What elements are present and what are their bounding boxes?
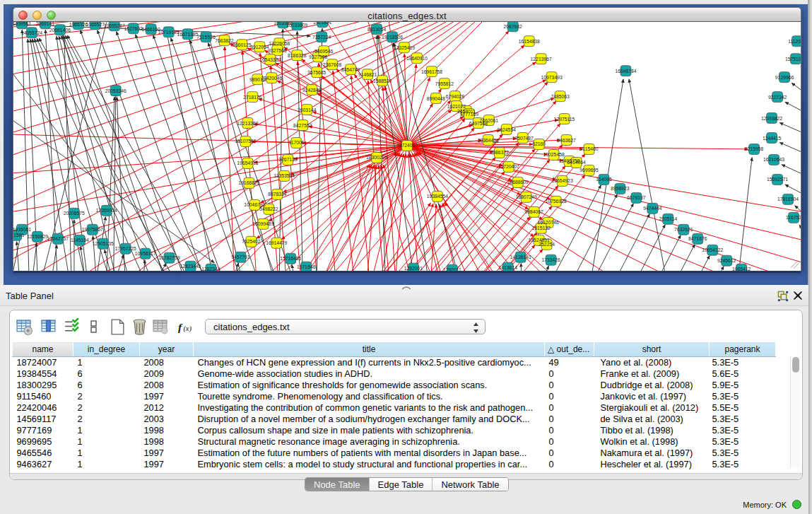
svg-text:17359914: 17359914 (96, 208, 117, 213)
svg-text:9327508: 9327508 (309, 54, 328, 59)
svg-text:16154838: 16154838 (519, 39, 540, 44)
svg-text:16914479: 16914479 (266, 240, 287, 245)
svg-text:11353594: 11353594 (274, 173, 295, 178)
svg-text:1065326: 1065326 (69, 22, 88, 27)
svg-text:19384554: 19384554 (427, 194, 448, 199)
svg-text:8813054: 8813054 (367, 27, 387, 32)
svg-text:1112053: 1112053 (788, 39, 801, 44)
svg-text:2603144: 2603144 (298, 107, 317, 112)
svg-text:15720407: 15720407 (498, 164, 519, 169)
svg-text:5469546: 5469546 (314, 49, 334, 54)
svg-text:2087682: 2087682 (504, 24, 523, 29)
svg-text:8186328: 8186328 (288, 53, 307, 58)
svg-text:10507487: 10507487 (512, 136, 534, 141)
svg-text:62160: 62160 (532, 142, 546, 147)
svg-text:18107552: 18107552 (235, 139, 256, 144)
svg-text:9699695: 9699695 (579, 168, 599, 173)
svg-text:23420046: 23420046 (261, 76, 282, 81)
svg-text:7625402: 7625402 (242, 239, 261, 244)
svg-text:16210643: 16210643 (763, 157, 784, 162)
svg-text:1621072: 1621072 (447, 104, 466, 109)
svg-text:16543382: 16543382 (259, 57, 281, 62)
svg-text:13226058: 13226058 (269, 41, 290, 46)
svg-text:3624554: 3624554 (498, 127, 517, 132)
svg-text:164095: 164095 (596, 177, 612, 182)
svg-text:14055724: 14055724 (21, 30, 42, 35)
svg-text:8471676: 8471676 (688, 236, 707, 241)
svg-text:1282001: 1282001 (404, 266, 423, 271)
svg-text:16648784: 16648784 (615, 69, 636, 74)
svg-text:2718176: 2718176 (243, 95, 262, 100)
svg-text:15716485: 15716485 (280, 256, 301, 261)
svg-text:1065527: 1065527 (86, 22, 105, 27)
svg-text:12975115: 12975115 (554, 117, 575, 122)
svg-text:1571648: 1571648 (297, 264, 316, 269)
svg-text:12156829: 12156829 (27, 234, 48, 239)
svg-text:8990448: 8990448 (427, 96, 446, 101)
svg-text:17816504: 17816504 (777, 197, 799, 201)
svg-text:20691406: 20691406 (49, 28, 71, 33)
svg-text:1065412: 1065412 (732, 267, 751, 271)
svg-text:252254: 252254 (539, 242, 555, 247)
svg-text:6414064: 6414064 (567, 160, 586, 165)
svg-text:2367608: 2367608 (323, 62, 342, 67)
svg-text:15692571: 15692571 (767, 177, 788, 182)
svg-text:8454749: 8454749 (341, 67, 360, 72)
svg-text:3675685: 3675685 (307, 70, 326, 75)
svg-text:7485063: 7485063 (551, 94, 570, 99)
svg-text:7462061: 7462061 (480, 118, 499, 123)
svg-text:19218506: 19218506 (382, 35, 403, 40)
svg-text:9463627: 9463627 (557, 138, 576, 143)
svg-text:8878334: 8878334 (268, 192, 287, 197)
svg-text:6679197: 6679197 (627, 195, 646, 200)
svg-text:16671385: 16671385 (177, 32, 199, 37)
svg-text:10688609: 10688609 (507, 180, 529, 185)
svg-text:1733426: 1733426 (541, 257, 560, 262)
svg-text:16120746: 16120746 (538, 220, 559, 225)
svg-text:10719185: 10719185 (158, 30, 180, 35)
svg-text:9115460: 9115460 (580, 146, 599, 151)
svg-text:(x): (x) (183, 325, 192, 333)
svg-text:19166825: 19166825 (238, 180, 259, 185)
svg-text:7955812: 7955812 (435, 81, 454, 86)
svg-text:15751074: 15751074 (785, 57, 801, 62)
svg-text:10756928: 10756928 (546, 199, 567, 204)
svg-text:9245612: 9245612 (717, 258, 736, 263)
svg-text:20364436: 20364436 (478, 138, 499, 143)
svg-text:8427552: 8427552 (293, 123, 312, 128)
svg-text:f: f (178, 321, 183, 333)
svg-text:20053346: 20053346 (105, 88, 126, 93)
svg-text:1292011: 1292011 (443, 267, 461, 271)
svg-text:116753: 116753 (786, 215, 801, 220)
svg-text:16033809: 16033809 (286, 23, 307, 28)
svg-text:12823445: 12823445 (180, 264, 201, 269)
svg-text:12505135: 12505135 (93, 241, 114, 246)
svg-text:12093822: 12093822 (761, 116, 782, 121)
svg-text:1145194: 1145194 (71, 238, 89, 243)
svg-text:8912954: 8912954 (250, 45, 269, 49)
svg-text:16961758: 16961758 (421, 69, 442, 74)
svg-text:9777169: 9777169 (460, 112, 479, 117)
svg-text:14136141: 14136141 (510, 255, 531, 259)
svg-text:18300295: 18300295 (366, 155, 387, 160)
svg-text:1527602: 1527602 (124, 26, 143, 31)
svg-text:1282344: 1282344 (201, 267, 220, 271)
svg-text:9242848: 9242848 (302, 88, 322, 93)
svg-text:8660125: 8660125 (233, 42, 252, 47)
svg-text:8958923: 8958923 (611, 186, 630, 191)
svg-text:16782759: 16782759 (159, 255, 180, 260)
svg-text:7986372: 7986372 (490, 150, 510, 155)
svg-text:16099489: 16099489 (252, 221, 273, 226)
svg-text:7357224: 7357224 (312, 35, 331, 40)
svg-text:9084067: 9084067 (525, 209, 544, 214)
svg-text:19654923: 19654923 (552, 178, 573, 183)
svg-text:2935114: 2935114 (659, 216, 677, 221)
svg-text:9474444: 9474444 (643, 206, 662, 211)
svg-text:917006: 917006 (288, 141, 305, 146)
svg-text:12342757: 12342757 (47, 236, 69, 241)
svg-text:18807249: 18807249 (516, 194, 537, 199)
svg-text:7632621: 7632621 (674, 227, 693, 232)
svg-text:10958117: 10958117 (135, 251, 156, 256)
svg-text:10025458: 10025458 (543, 152, 565, 157)
svg-text:8215958: 8215958 (745, 146, 764, 151)
